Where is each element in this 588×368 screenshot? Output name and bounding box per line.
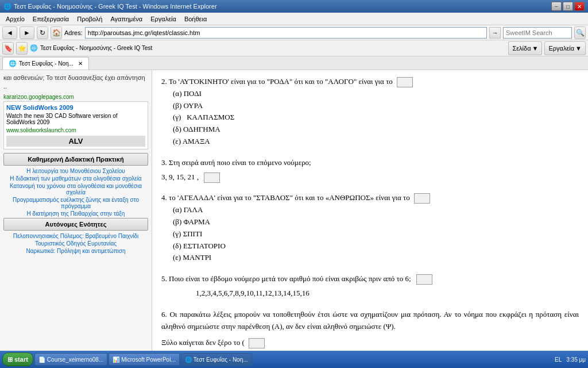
sidebar-link-time[interactable]: Κατανομή του χρόνου στα ολιγοθέσια και μ… bbox=[3, 183, 148, 195]
q6-answer-box[interactable] bbox=[249, 338, 265, 348]
start-label: start bbox=[14, 356, 28, 363]
address-bar: ◄ ► ↻ 🏠 Adres: → 🔍 bbox=[0, 25, 588, 40]
close-button[interactable]: ✕ bbox=[574, 2, 585, 11]
q2-opt-e: (ε) ΑΜΑΞΑ bbox=[173, 136, 579, 148]
q6-sentence-text: Ξύλο καίγεται δεν ξέρο το ( bbox=[161, 338, 245, 347]
q4-main: 4. το 'ΑΓΕΛΑΔΑ' είναι για το "ΣΤΑΒΛΟΣ" ό… bbox=[161, 193, 410, 202]
refresh-button[interactable]: ↻ bbox=[37, 26, 48, 39]
maximize-button[interactable]: □ bbox=[563, 2, 573, 11]
tab-icon: 🌐 bbox=[9, 60, 17, 67]
q3-sequence: 3, 9, 15, 21 , bbox=[161, 171, 579, 183]
ie-logo: 🌐 bbox=[30, 44, 38, 52]
menu-help[interactable]: Βοήθεια bbox=[181, 14, 210, 24]
taskbar-item-powerpoint[interactable]: 📊 Microsoft PowerPoi... bbox=[109, 353, 179, 366]
minimize-button[interactable]: − bbox=[551, 2, 562, 11]
taskbar-item-ie[interactable]: 🌐 Τεστ Ευφυΐας - Νοη... bbox=[181, 353, 252, 366]
sidebar-link-war[interactable]: Πελοποννησιακός Πόλεμος: Βραβευμένο Παιχ… bbox=[3, 233, 148, 239]
sidebar-button1[interactable]: Καθημερινή Διδακτική Πρακτική bbox=[3, 153, 148, 166]
q4-opt-d: (δ) ΕΣΤΙΑΤΟΡΙΟ bbox=[173, 240, 579, 252]
q2-opt-b: (β) ΟΥΡΑ bbox=[173, 100, 579, 112]
toolbar-btn2[interactable]: ⭐ bbox=[16, 42, 28, 55]
q4-answer-box[interactable] bbox=[414, 193, 430, 204]
menu-bar: Αρχείο Επεξεργασία Προβολή Αγαπημένα Εργ… bbox=[0, 13, 588, 25]
sidebar-link-zone[interactable]: Προγραμματισμός ευέλικτης ζώνης και έντα… bbox=[3, 197, 148, 209]
taskbar-label-3: Τεστ Ευφυΐας - Νοη... bbox=[194, 356, 248, 363]
start-icon: ⊞ bbox=[7, 356, 13, 363]
forward-button[interactable]: ► bbox=[20, 26, 34, 39]
taskbar-icon-3: 🌐 bbox=[185, 356, 192, 363]
home-button[interactable]: 🏠 bbox=[51, 26, 62, 39]
menu-file[interactable]: Αρχείο bbox=[2, 14, 28, 24]
q4-text: 4. το 'ΑΓΕΛΑΔΑ' είναι για το "ΣΤΑΒΛΟΣ" ό… bbox=[161, 192, 579, 204]
taskbar-label-2: Microsoft PowerPoi... bbox=[121, 356, 175, 363]
q5-text: 5. Ποιο είναι το έβδομο νούμερο μετά τον… bbox=[161, 273, 579, 285]
sidebar-button2[interactable]: Αυτόνομες Ενότητες bbox=[3, 218, 148, 231]
start-button[interactable]: ⊞ start bbox=[2, 352, 33, 366]
go-button[interactable]: → bbox=[489, 27, 501, 39]
sidebar-link-school[interactable]: Η λειτουργία του Μονοθέσιου Σχολείου bbox=[3, 168, 148, 174]
lang-indicator: EL bbox=[555, 356, 562, 363]
ie-icon: 🌐 bbox=[3, 3, 11, 10]
q4-opt-a: (α) ΓΑΛΑ bbox=[173, 204, 579, 216]
q2-opt-d: (δ) ΟΔΗΓΗΜΑ bbox=[173, 124, 579, 136]
menu-tools[interactable]: Εργαλεία bbox=[147, 14, 180, 24]
ad-link[interactable]: www.solidworkslaunch.com bbox=[6, 127, 145, 133]
question-4: 4. το 'ΑΓΕΛΑΔΑ' είναι για το "ΣΤΑΒΛΟΣ" ό… bbox=[161, 192, 579, 264]
content-area: 2. Το 'ΑΥΤΟΚΙΝΗΤΟ' είναι για το "ΡΟΔΑ" ό… bbox=[152, 70, 588, 355]
q6-sentence: Ξύλο καίγεται δεν ξέρο το ( bbox=[161, 337, 579, 349]
page-dropdown[interactable]: Σελίδα▼ bbox=[508, 41, 542, 55]
q3-text: 3. Στη σειρά αυτή ποιο είναι το επόμενο … bbox=[161, 157, 579, 169]
menu-favorites[interactable]: Αγαπημένα bbox=[107, 14, 146, 24]
q5-sequence: 1,2,3,4,5,6,7,8,9,10,11,12,13,14,15,16 bbox=[196, 288, 579, 300]
tab-label: Τεστ Ευφυΐας - Νοη... bbox=[19, 60, 74, 67]
q6-text: 6. Οι παρακάτω λέξεις μπορούν να τοποθετ… bbox=[161, 309, 579, 333]
sidebar: και ασθενειών; Το τεστ δυασανεξίας έχει … bbox=[0, 70, 152, 355]
sidebar-link-math[interactable]: Η διδακτική των μαθημάτων στα ολιγοθέσια… bbox=[3, 175, 148, 182]
menu-view[interactable]: Προβολή bbox=[74, 14, 106, 24]
ad-box: NEW SolidWorks 2009 Watch the new 3D CAD… bbox=[3, 101, 148, 150]
address-label: Adres: bbox=[64, 29, 83, 36]
question-2: 2. Το 'ΑΥΤΟΚΙΝΗΤΟ' είναι για το "ΡΟΔΑ" ό… bbox=[161, 76, 579, 148]
back-button[interactable]: ◄ bbox=[2, 26, 17, 39]
menu-edit[interactable]: Επεξεργασία bbox=[29, 14, 72, 24]
q2-main: 2. Το 'ΑΥΤΟΚΙΝΗΤΟ' είναι για το "ΡΟΔΑ" ό… bbox=[161, 77, 393, 86]
page-label: Σελίδα bbox=[512, 45, 531, 52]
search-button[interactable]: 🔍 bbox=[574, 26, 586, 39]
tab-close[interactable]: ✕ bbox=[78, 60, 83, 67]
q5-answer-box[interactable] bbox=[416, 274, 432, 285]
toolbar: 🔖 ⭐ 🌐 Τεστ Ευφυΐας - Νοημοσύνης - Greek … bbox=[0, 40, 588, 56]
q3-answer-box[interactable] bbox=[204, 172, 220, 183]
tab-bar: 🌐 Τεστ Ευφυΐας - Νοη... ✕ bbox=[0, 56, 588, 70]
sidebar-link-discipline[interactable]: Η διατήρηση της Πειθαρχίας στην τάξη bbox=[3, 210, 148, 217]
q2-text: 2. Το 'ΑΥΤΟΚΙΝΗΤΟ' είναι για το "ΡΟΔΑ" ό… bbox=[161, 76, 579, 88]
sidebar-text1: και ασθενειών; Το τεστ δυασανεξίας έχει … bbox=[3, 74, 148, 91]
tools-label: Εργαλεία bbox=[548, 45, 574, 52]
active-tab[interactable]: 🌐 Τεστ Ευφυΐας - Νοη... ✕ bbox=[2, 57, 89, 70]
taskbar: ⊞ start 📄 Course_xeimerno08... 📊 Microso… bbox=[0, 351, 588, 368]
question-6: 6. Οι παρακάτω λέξεις μπορούν να τοποθετ… bbox=[161, 309, 579, 349]
sidebar-link-tourism[interactable]: Τουριστικός Οδηγός Ευρυτανίας bbox=[3, 240, 148, 247]
taskbar-icon-1: 📄 bbox=[38, 356, 45, 363]
q2-answer-box[interactable] bbox=[397, 77, 413, 87]
question-3: 3. Στη σειρά αυτή ποιο είναι το επόμενο … bbox=[161, 157, 579, 183]
q4-opt-c: (γ) ΣΠΙΤΙ bbox=[173, 228, 579, 240]
toolbar-tab-label: Τεστ Ευφυΐας - Νοημοσύνης - Greek IQ Tes… bbox=[40, 45, 506, 51]
ad-title[interactable]: NEW SolidWorks 2009 bbox=[6, 104, 145, 111]
q2-opt-c: (γ) ΚΑΛΠΑΣΜΟΣ bbox=[173, 112, 579, 124]
taskbar-item-course[interactable]: 📄 Course_xeimerno08... bbox=[34, 353, 107, 366]
tools-dropdown[interactable]: Εργαλεία▼ bbox=[544, 41, 586, 55]
sidebar-link-drugs[interactable]: Ναρκωτικά: Πρόληψη και αντιμετώπιση bbox=[3, 248, 148, 254]
clock: 3:35 μμ bbox=[566, 356, 586, 363]
toolbar-btn1[interactable]: 🔖 bbox=[2, 42, 14, 55]
q3-seq-text: 3, 9, 15, 21 , bbox=[161, 172, 199, 181]
title-bar: 🌐 Τεστ Ευφυΐας - Νοημοσύνης - Greek IQ T… bbox=[0, 0, 588, 13]
search-input[interactable] bbox=[503, 27, 572, 39]
ad-text: Watch the new 3D CAD Software version of… bbox=[6, 113, 145, 125]
taskbar-icon-2: 📊 bbox=[113, 356, 119, 363]
ad-image: ALV bbox=[6, 136, 145, 147]
address-input[interactable] bbox=[85, 27, 487, 39]
sidebar-link1[interactable]: kararizoo.googlepages.com bbox=[3, 94, 148, 100]
q4-opt-e: (ε) ΜΑΝΤΡΙ bbox=[173, 252, 579, 264]
question-5: 5. Ποιο είναι το έβδομο νούμερο μετά τον… bbox=[161, 273, 579, 300]
taskbar-right: EL 3:35 μμ bbox=[555, 356, 586, 363]
